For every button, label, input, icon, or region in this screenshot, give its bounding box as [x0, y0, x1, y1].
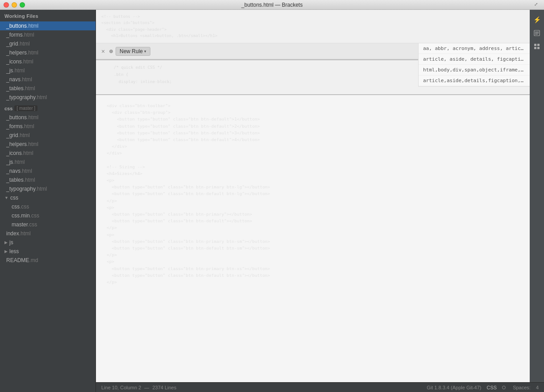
code-lines-main: <div class="btn-toolbar"> <div class="bt…: [96, 99, 530, 289]
svg-rect-1: [535, 32, 539, 32]
master-css[interactable]: master.css: [0, 220, 96, 229]
working-files-header: Working Files: [0, 10, 96, 21]
css-suggestions-panel: aa, abbr, acronym, address, article, asi…: [418, 43, 530, 87]
folder-js[interactable]: ▶ js: [0, 238, 96, 247]
proj-helpers-html[interactable]: _helpers.html: [0, 140, 96, 149]
sidebar-item-tables-html[interactable]: _tables.html: [0, 84, 96, 93]
svg-rect-7: [537, 47, 540, 49]
spaces-value[interactable]: 4: [536, 385, 539, 390]
sidebar: Working Files _buttons.html _forms.html …: [0, 10, 96, 392]
suggestion-item-3[interactable]: article,aside,details,figcaption,figure,…: [419, 75, 530, 86]
proj-tables-html[interactable]: _tables.html: [0, 175, 96, 184]
git-status: Git 1.8.3.4 (Apple Git-47): [427, 385, 481, 390]
folder-arrow-less: ▶: [4, 249, 8, 254]
status-position: Line 10, Column 2 — 2374 Lines: [101, 385, 427, 390]
sidebar-item-forms-html[interactable]: _forms.html: [0, 30, 96, 39]
quick-edit-indicator: [109, 50, 113, 53]
language-indicator[interactable]: CSS: [487, 385, 497, 390]
code-preview-lines: <!-- buttons --> <section id="buttons"> …: [101, 13, 524, 39]
status-dot: [502, 385, 507, 390]
suggestion-item-2[interactable]: html,body,div,span,object,iframe,p,block…: [419, 65, 530, 75]
suggestion-item-0[interactable]: aa, abbr, acronym, address, article, asi…: [419, 43, 530, 54]
sidebar-item-navs-html[interactable]: _navs.html: [0, 75, 96, 84]
proj-typography-html[interactable]: _typography.html: [0, 184, 96, 193]
sidebar-item-grid-html[interactable]: _grid.html: [0, 39, 96, 48]
new-rule-button[interactable]: New Rule ▾: [116, 47, 150, 56]
window-title: _buttons.html — Brackets: [241, 2, 303, 8]
folder-arrow-css: ▼: [4, 196, 8, 200]
close-button[interactable]: [4, 2, 9, 8]
proj-forms-html[interactable]: _forms.html: [0, 122, 96, 131]
suggestion-item-1[interactable]: article, aside, details, figcaption, fig…: [419, 54, 530, 65]
file-tree-icon[interactable]: [531, 27, 543, 39]
sidebar-item-buttons-html[interactable]: _buttons.html: [0, 21, 96, 30]
extension-icon[interactable]: [531, 40, 543, 53]
minimize-button[interactable]: [12, 2, 17, 8]
maximize-button[interactable]: [20, 2, 25, 8]
sidebar-item-helpers-html[interactable]: _helpers.html: [0, 48, 96, 57]
proj-icons-html[interactable]: _icons.html: [0, 149, 96, 158]
proj-js-html[interactable]: _js.html: [0, 158, 96, 167]
fullscreen-button[interactable]: ⤢: [534, 2, 540, 8]
status-bar: Line 10, Column 2 — 2374 Lines Git 1.8.3…: [96, 382, 544, 392]
svg-rect-6: [534, 47, 536, 49]
svg-rect-5: [537, 44, 540, 46]
folder-arrow-js: ▶: [4, 240, 8, 245]
quick-edit-close[interactable]: ×: [100, 48, 107, 55]
folder-less[interactable]: ▶ less: [0, 247, 96, 256]
new-rule-label: New Rule: [120, 48, 143, 54]
svg-rect-2: [535, 33, 539, 33]
css-css[interactable]: css.css: [0, 202, 96, 211]
spaces-label: Spaces:: [513, 385, 531, 390]
sidebar-item-icons-html[interactable]: _icons.html: [0, 57, 96, 66]
readme-md[interactable]: README.md: [0, 256, 96, 265]
titlebar: _buttons.html — Brackets ⤢: [0, 0, 544, 10]
project-section-header: css [ master ]: [0, 102, 96, 113]
code-preview-top: <!-- buttons --> <section id="buttons"> …: [96, 10, 530, 43]
svg-rect-3: [535, 34, 538, 34]
new-rule-dropdown-arrow: ▾: [144, 49, 146, 54]
sidebar-item-typography-html[interactable]: _typography.html: [0, 93, 96, 102]
proj-buttons-html[interactable]: _buttons.html: [0, 113, 96, 122]
sidebar-item-js-html[interactable]: _js.html: [0, 66, 96, 75]
live-preview-icon[interactable]: ⚡: [531, 13, 543, 26]
main-code-editor[interactable]: <div class="btn-toolbar"> <div class="bt…: [96, 95, 530, 382]
svg-rect-4: [534, 44, 536, 46]
right-panel: ⚡: [530, 10, 544, 382]
traffic-lights[interactable]: [4, 2, 25, 8]
proj-navs-html[interactable]: _navs.html: [0, 167, 96, 175]
css-min-css[interactable]: css.min.css: [0, 211, 96, 220]
proj-grid-html[interactable]: _grid.html: [0, 131, 96, 140]
index-html[interactable]: index.html: [0, 229, 96, 238]
status-right: Git 1.8.3.4 (Apple Git-47) CSS Spaces: 4: [427, 385, 539, 390]
folder-css[interactable]: ▼ css: [0, 193, 96, 202]
